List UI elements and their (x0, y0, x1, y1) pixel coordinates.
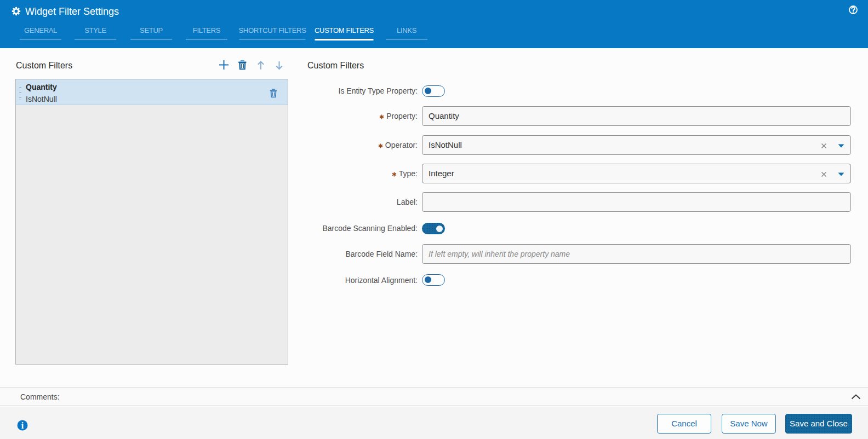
svg-text:i: i (21, 421, 24, 430)
